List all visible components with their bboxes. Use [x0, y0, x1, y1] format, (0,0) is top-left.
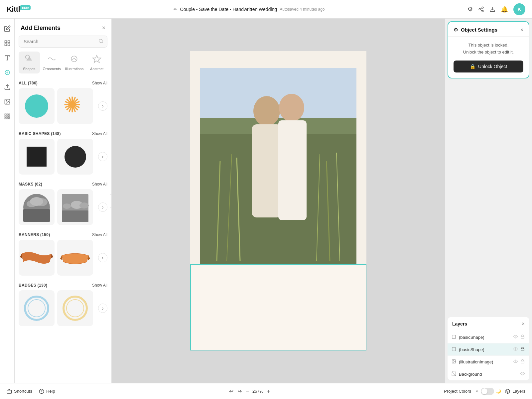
element-card-square[interactable] — [19, 139, 55, 175]
tab-abstract[interactable]: Abstract — [86, 52, 107, 73]
element-card-badge2[interactable] — [57, 290, 93, 326]
shortcuts-item[interactable]: Shortcuts — [7, 389, 32, 394]
masks-title: MASKS (62) — [19, 182, 42, 187]
element-card-circle[interactable] — [19, 88, 55, 124]
sidebar-elements-icon[interactable] — [1, 66, 13, 78]
pencil-icon: ✏ — [174, 7, 178, 12]
layer-3-visibility-button[interactable] — [513, 358, 518, 365]
masks-show-all-button[interactable]: Show All — [92, 182, 107, 187]
masks-next-button[interactable]: › — [98, 202, 107, 212]
bottom-zoom-toolbar: ↩ ↪ − 267% + — [227, 387, 272, 396]
element-card-badge1[interactable] — [19, 290, 55, 326]
undo-button[interactable]: ↩ — [227, 387, 235, 396]
dark-mode-knob — [481, 388, 487, 394]
element-card-banner1[interactable] — [19, 240, 55, 276]
tab-illustrations[interactable]: Illustrations — [64, 52, 85, 73]
svg-line-4 — [480, 8, 482, 9]
layer-1-visibility-button[interactable] — [513, 334, 518, 340]
top-navigation: KittlBETA ✏ Couple - Save the Date - Han… — [0, 0, 532, 19]
dark-circle-shape — [65, 146, 86, 168]
layer-item-basic-shape-2[interactable]: (basicShape) — [448, 343, 529, 356]
object-settings-panel: ⚙ Object Settings × This object is locke… — [448, 21, 529, 78]
sidebar-upload-icon[interactable] — [1, 81, 13, 93]
layers-panel-header: Layers × — [448, 317, 529, 331]
autosave-status: Autosaved 4 minutes ago — [280, 7, 325, 12]
basic-shapes-next-button[interactable]: › — [98, 152, 107, 161]
canvas-container[interactable] — [190, 51, 366, 350]
layers-button[interactable]: Layers — [505, 389, 525, 394]
unlock-object-button[interactable]: 🔒 Unlock Object — [454, 61, 523, 72]
search-icon — [98, 39, 103, 45]
lock-icon: 🔒 — [470, 64, 475, 69]
layer-item-background[interactable]: Background — [448, 368, 529, 380]
masks-section-header: MASKS (62) Show All — [19, 179, 107, 189]
notifications-button[interactable]: 🔔 — [501, 6, 508, 13]
layer-shape-icon-1 — [452, 334, 456, 340]
mask1-shape — [22, 192, 52, 222]
canvas-area[interactable] — [112, 19, 445, 383]
svg-point-0 — [482, 7, 483, 8]
user-avatar[interactable]: K — [513, 3, 525, 15]
layer-item-basic-shape-1[interactable]: (basicShape) — [448, 331, 529, 343]
all-show-all-button[interactable]: Show All — [92, 81, 107, 85]
sun-icon: ☀ — [475, 389, 479, 394]
badge2-shape — [62, 295, 88, 322]
element-card-mask1[interactable] — [19, 189, 55, 225]
layer-4-visibility-button[interactable] — [520, 371, 525, 377]
tab-ornaments[interactable]: Ornaments — [41, 52, 63, 73]
element-card-dark-circle[interactable] — [57, 139, 93, 175]
shapes-tab-label: Shapes — [23, 67, 35, 71]
share-button[interactable] — [478, 6, 484, 12]
layer-2-visibility-button[interactable] — [513, 346, 518, 353]
svg-marker-30 — [93, 56, 101, 63]
red-arrow-indicator — [528, 371, 529, 380]
banners-section-header: BANNERS (150) Show All — [19, 229, 107, 240]
project-colors-label[interactable]: Project Colors — [444, 389, 471, 394]
download-button[interactable] — [489, 6, 495, 12]
svg-point-12 — [7, 72, 8, 73]
help-label: Help — [46, 389, 55, 394]
dark-mode-pill[interactable] — [481, 388, 494, 395]
zoom-in-button[interactable]: + — [265, 387, 272, 396]
canvas-photo[interactable] — [200, 68, 356, 264]
settings-button[interactable]: ⚙ — [467, 6, 473, 13]
panel-header: Add Elements × — [15, 19, 111, 36]
svg-rect-25 — [9, 118, 10, 119]
settings-close-button[interactable]: × — [520, 27, 523, 33]
search-input[interactable] — [19, 36, 107, 48]
badges-next-button[interactable]: › — [98, 304, 107, 313]
zoom-out-button[interactable]: − — [244, 387, 251, 396]
tab-shapes[interactable]: Shapes — [19, 52, 40, 73]
redo-button[interactable]: ↪ — [235, 387, 244, 396]
layers-icon — [505, 389, 510, 394]
layers-close-button[interactable]: × — [522, 321, 525, 327]
locked-message: This object is locked. Unlock the object… — [454, 42, 523, 56]
abstract-tab-label: Abstract — [90, 67, 103, 71]
dark-mode-toggle[interactable]: ☀ 🌙 — [475, 388, 501, 395]
sidebar-image-icon[interactable] — [1, 96, 13, 108]
basic-shapes-show-all-button[interactable]: Show All — [92, 131, 107, 136]
panel-close-button[interactable]: × — [102, 25, 105, 32]
sidebar-grid-icon[interactable] — [1, 110, 13, 122]
banners-next-button[interactable]: › — [98, 253, 107, 262]
sidebar-text-icon[interactable] — [1, 52, 13, 64]
banners-show-all-button[interactable]: Show All — [92, 232, 107, 237]
canvas-lower-selected-box[interactable] — [190, 264, 366, 350]
help-item[interactable]: Help — [39, 389, 55, 394]
element-card-mask2[interactable] — [57, 189, 93, 225]
layer-2-lock-button[interactable] — [520, 346, 525, 353]
file-title[interactable]: Couple - Save the Date - Handwritten Wed… — [180, 7, 277, 12]
badges-show-all-button[interactable]: Show All — [92, 283, 107, 288]
layer-1-lock-button[interactable] — [520, 334, 525, 340]
all-next-button[interactable]: › — [98, 101, 107, 111]
layers-container: Layers × (basicShape) — [445, 317, 532, 383]
sidebar-layout-icon[interactable] — [1, 37, 13, 49]
banner2-shape — [59, 249, 92, 267]
element-card-banner2[interactable] — [57, 240, 93, 276]
svg-rect-21 — [7, 116, 8, 117]
sidebar-edit-icon[interactable] — [1, 23, 13, 35]
svg-point-45 — [66, 300, 84, 317]
element-card-star[interactable]: ✺ — [57, 88, 93, 124]
layer-item-illustration-image[interactable]: (illustrationImage) — [448, 356, 529, 368]
layer-3-lock-button[interactable] — [520, 358, 525, 365]
